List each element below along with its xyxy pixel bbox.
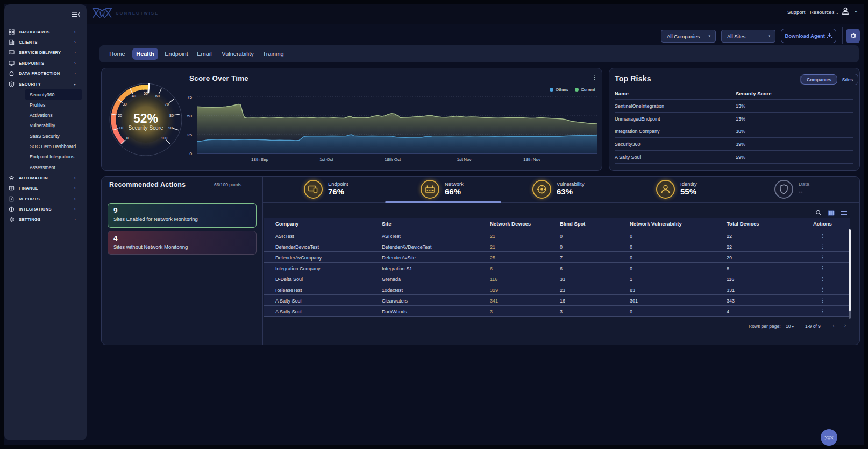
svg-text:52%: 52% xyxy=(133,111,158,125)
svg-text:0: 0 xyxy=(190,151,193,156)
svg-text:18th Nov: 18th Nov xyxy=(523,157,540,162)
svg-text:40: 40 xyxy=(132,94,136,98)
svg-text:60: 60 xyxy=(155,94,160,98)
svg-text:18th Oct: 18th Oct xyxy=(385,157,401,162)
svg-text:10: 10 xyxy=(119,126,123,130)
svg-text:30: 30 xyxy=(123,102,127,106)
svg-text:Security Score: Security Score xyxy=(128,125,163,131)
svg-text:20: 20 xyxy=(118,114,122,117)
svg-text:0: 0 xyxy=(126,136,129,140)
svg-text:50: 50 xyxy=(144,92,148,95)
svg-text:18th Sep: 18th Sep xyxy=(251,157,269,162)
svg-text:100: 100 xyxy=(161,136,167,140)
svg-text:80: 80 xyxy=(169,114,174,117)
svg-text:70: 70 xyxy=(165,102,169,106)
svg-text:1st Nov: 1st Nov xyxy=(457,157,471,162)
svg-text:90: 90 xyxy=(168,126,173,130)
svg-text:1st Oct: 1st Oct xyxy=(319,157,333,162)
svg-text:CONNECTWISE: CONNECTWISE xyxy=(116,11,159,16)
